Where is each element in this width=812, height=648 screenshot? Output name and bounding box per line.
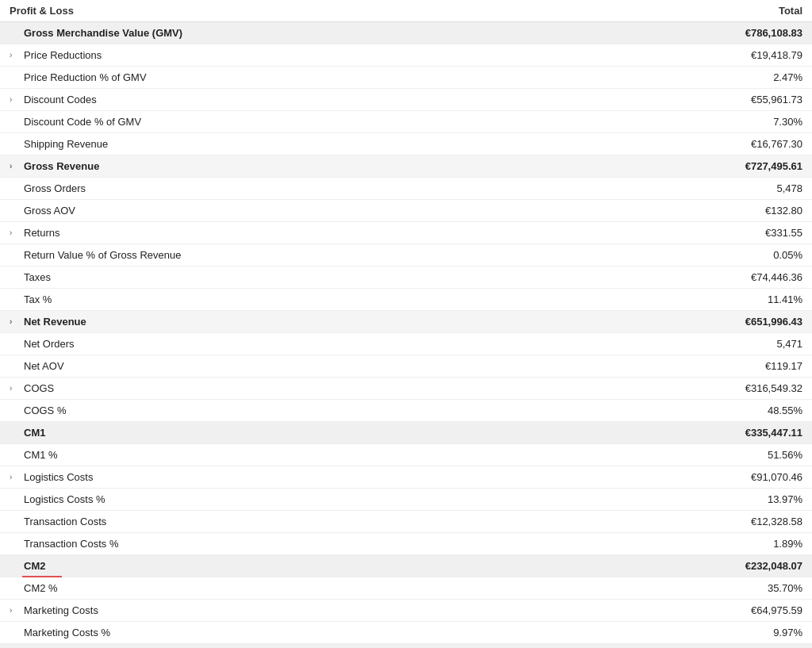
row-value-cogs: €316,549.32 bbox=[745, 382, 802, 394]
row-label-discount-codes: Discount Codes bbox=[24, 94, 97, 105]
row-label-cm2: CM2 bbox=[24, 560, 45, 572]
table-row: Gross AOV€132.80 bbox=[0, 200, 812, 222]
table-row[interactable]: ›Net Revenue€651,996.43 bbox=[0, 311, 812, 333]
row-left-net-aov: Net AOV bbox=[10, 360, 765, 372]
row-label-logistics-costs-pct: Logistics Costs % bbox=[24, 493, 105, 505]
row-value-marketing-costs-pct: 9.97% bbox=[773, 627, 802, 638]
row-label-cogs-pct: COGS % bbox=[24, 405, 66, 416]
row-left-transaction-costs: Transaction Costs bbox=[10, 516, 751, 527]
row-value-cm2: €232,048.07 bbox=[745, 560, 802, 572]
table-row[interactable]: ›COGS€316,549.32 bbox=[0, 378, 812, 400]
row-value-transaction-costs: €12,328.58 bbox=[751, 516, 802, 527]
row-left-return-value-pct: Return Value % of Gross Revenue bbox=[10, 249, 773, 261]
row-label-marketing-costs: Marketing Costs bbox=[24, 604, 98, 616]
chevron-icon[interactable]: › bbox=[10, 473, 21, 481]
row-label-net-aov: Net AOV bbox=[24, 360, 64, 372]
row-left-gmv: Gross Merchandise Value (GMV) bbox=[10, 27, 745, 39]
row-value-gmv: €786,108.83 bbox=[745, 27, 802, 39]
chevron-icon[interactable]: › bbox=[10, 384, 21, 393]
row-left-shipping-revenue: Shipping Revenue bbox=[10, 138, 751, 150]
table-row[interactable]: ›Price Reductions€19,418.79 bbox=[0, 44, 812, 67]
row-left-cogs-pct: COGS % bbox=[10, 405, 768, 416]
row-label-cm2-pct: CM2 % bbox=[24, 582, 58, 594]
table-row[interactable]: ›Logistics Costs€91,070.46 bbox=[0, 466, 812, 489]
row-label-price-reduction-pct: Price Reduction % of GMV bbox=[24, 71, 147, 83]
table-title: Profit & Loss bbox=[10, 5, 74, 17]
table-row: CM3€167,072.48 bbox=[0, 644, 812, 648]
row-value-net-orders: 5,471 bbox=[776, 338, 802, 350]
row-left-cm2: CM2 bbox=[10, 560, 745, 572]
table-row[interactable]: ›Marketing Costs€64,975.59 bbox=[0, 600, 812, 622]
table-row: Gross Merchandise Value (GMV)€786,108.83 bbox=[0, 22, 812, 44]
row-value-cm1: €335,447.11 bbox=[745, 427, 802, 439]
row-label-cogs: COGS bbox=[24, 382, 54, 394]
chevron-icon[interactable]: › bbox=[10, 51, 21, 59]
table-row[interactable]: ›Returns€331.55 bbox=[0, 222, 812, 244]
row-label-cm1-pct: CM1 % bbox=[24, 449, 58, 461]
row-left-cm1-pct: CM1 % bbox=[10, 449, 768, 461]
row-left-tax-pct: Tax % bbox=[10, 293, 768, 305]
row-left-cm2-pct: CM2 % bbox=[10, 582, 768, 594]
table-row: COGS %48.55% bbox=[0, 400, 812, 422]
row-value-price-reductions: €19,418.79 bbox=[751, 49, 802, 61]
table-row: CM1 %51.56% bbox=[0, 444, 812, 466]
row-left-discount-code-pct: Discount Code % of GMV bbox=[10, 116, 773, 128]
row-label-shipping-revenue: Shipping Revenue bbox=[24, 138, 108, 150]
row-label-cm1: CM1 bbox=[24, 427, 45, 439]
row-label-discount-code-pct: Discount Code % of GMV bbox=[24, 116, 141, 128]
chevron-icon[interactable]: › bbox=[10, 317, 21, 326]
table-row: Transaction Costs %1.89% bbox=[0, 533, 812, 555]
row-left-net-orders: Net Orders bbox=[10, 338, 776, 350]
row-value-logistics-costs-pct: 13.97% bbox=[768, 493, 802, 505]
chevron-icon[interactable]: › bbox=[10, 162, 21, 171]
row-label-logistics-costs: Logistics Costs bbox=[24, 471, 93, 483]
row-left-cm1: CM1 bbox=[10, 427, 745, 439]
row-value-returns: €331.55 bbox=[765, 227, 802, 239]
row-left-gross-aov: Gross AOV bbox=[10, 205, 765, 217]
chevron-icon[interactable]: › bbox=[10, 228, 21, 237]
rows-container: Gross Merchandise Value (GMV)€786,108.83… bbox=[0, 22, 812, 648]
row-label-gross-revenue: Gross Revenue bbox=[24, 160, 99, 172]
row-left-discount-codes: ›Discount Codes bbox=[10, 94, 751, 105]
table-row: Transaction Costs€12,328.58 bbox=[0, 511, 812, 533]
row-left-net-revenue: ›Net Revenue bbox=[10, 316, 745, 328]
row-value-discount-codes: €55,961.73 bbox=[751, 94, 802, 105]
row-label-gross-orders: Gross Orders bbox=[24, 182, 86, 194]
table-row: Gross Orders5,478 bbox=[0, 178, 812, 200]
profit-loss-table: Profit & Loss Total Gross Merchandise Va… bbox=[0, 0, 812, 648]
row-label-gross-aov: Gross AOV bbox=[24, 205, 75, 217]
table-header: Profit & Loss Total bbox=[0, 0, 812, 22]
row-left-transaction-costs-pct: Transaction Costs % bbox=[10, 538, 773, 550]
row-value-transaction-costs-pct: 1.89% bbox=[773, 538, 802, 550]
table-row: Return Value % of Gross Revenue0.05% bbox=[0, 244, 812, 266]
chevron-icon[interactable]: › bbox=[10, 95, 21, 104]
row-value-shipping-revenue: €16,767.30 bbox=[751, 138, 802, 150]
table-row[interactable]: ›Discount Codes€55,961.73 bbox=[0, 89, 812, 111]
table-row: Shipping Revenue€16,767.30 bbox=[0, 133, 812, 155]
row-left-cogs: ›COGS bbox=[10, 382, 745, 394]
table-row[interactable]: ›Gross Revenue€727,495.61 bbox=[0, 155, 812, 178]
row-value-cogs-pct: 48.55% bbox=[768, 405, 802, 416]
row-value-net-aov: €119.17 bbox=[765, 360, 802, 372]
row-label-returns: Returns bbox=[24, 227, 60, 239]
row-value-cm2-pct: 35.70% bbox=[768, 582, 802, 594]
row-label-net-revenue: Net Revenue bbox=[24, 316, 86, 328]
row-value-gross-orders: 5,478 bbox=[776, 182, 802, 194]
row-left-price-reduction-pct: Price Reduction % of GMV bbox=[10, 71, 773, 83]
table-row: CM2€232,048.07 bbox=[0, 555, 812, 577]
table-row: Tax %11.41% bbox=[0, 289, 812, 311]
row-value-marketing-costs: €64,975.59 bbox=[751, 604, 802, 616]
row-left-marketing-costs: ›Marketing Costs bbox=[10, 604, 751, 616]
row-left-logistics-costs-pct: Logistics Costs % bbox=[10, 493, 768, 505]
table-row: Net Orders5,471 bbox=[0, 333, 812, 355]
row-left-returns: ›Returns bbox=[10, 227, 765, 239]
row-left-taxes: Taxes bbox=[10, 271, 751, 283]
table-row: CM1€335,447.11 bbox=[0, 422, 812, 444]
row-label-transaction-costs: Transaction Costs bbox=[24, 516, 106, 527]
row-label-tax-pct: Tax % bbox=[24, 293, 52, 305]
row-value-logistics-costs: €91,070.46 bbox=[751, 471, 802, 483]
row-value-tax-pct: 11.41% bbox=[768, 293, 802, 305]
chevron-icon[interactable]: › bbox=[10, 606, 21, 615]
row-label-return-value-pct: Return Value % of Gross Revenue bbox=[24, 249, 181, 261]
row-label-gmv: Gross Merchandise Value (GMV) bbox=[24, 27, 182, 39]
